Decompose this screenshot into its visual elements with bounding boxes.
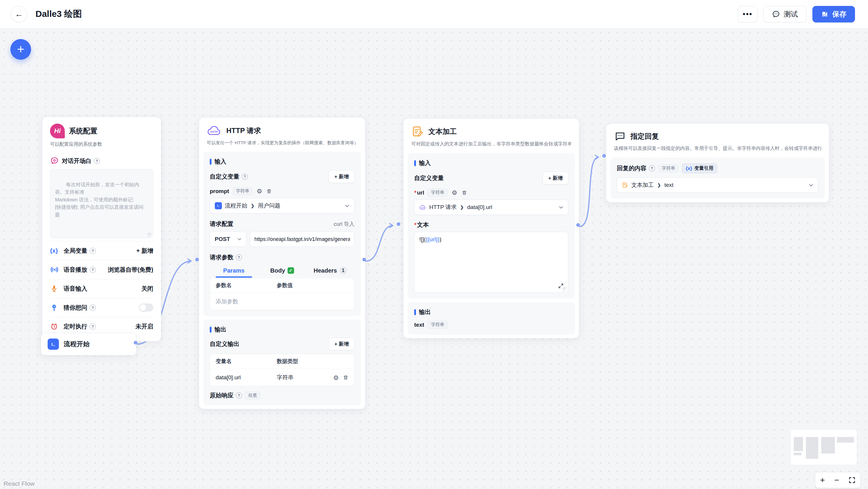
tts-value[interactable]: 浏览器自带(免费): [108, 266, 153, 274]
test-button-label: 测试: [784, 9, 798, 19]
setting-label: 猜你想问: [64, 304, 87, 312]
save-button[interactable]: 保存: [812, 6, 855, 23]
ref-source: 文本加工: [631, 181, 654, 189]
url-input[interactable]: [250, 231, 354, 247]
node-flow-start[interactable]: I.. 流程开始: [41, 333, 136, 355]
section-title: 输入: [419, 159, 431, 167]
col-data-type: 数据类型: [277, 358, 298, 365]
help-icon[interactable]: ?: [236, 392, 242, 398]
variable-ref-select[interactable]: I.. 流程开始 ❯ 用户问题: [210, 198, 354, 214]
output-table: 变量名 数据类型 data[0].url 字符串 ⚙: [210, 354, 354, 386]
params-table: 参数名 参数值 添加参数: [210, 278, 354, 310]
type-badge: 字符串: [658, 164, 678, 172]
delete-output-icon[interactable]: [343, 374, 348, 381]
setting-label: 语音播放: [64, 266, 87, 274]
setting-label: 全局变量: [64, 247, 87, 255]
resize-handle[interactable]: [148, 233, 152, 237]
delete-variable-icon[interactable]: [462, 190, 467, 196]
setting-label: 语音输入: [64, 285, 87, 293]
raw-response-type-badge: 任意: [245, 391, 260, 399]
chevron-down-icon: [345, 204, 349, 207]
welcome-label: 对话开场白: [62, 157, 91, 165]
help-icon[interactable]: ?: [649, 165, 655, 171]
help-icon[interactable]: ?: [236, 254, 242, 260]
handle-reply-input[interactable]: [602, 154, 606, 158]
reply-bubble-icon: [614, 130, 626, 142]
help-icon[interactable]: ?: [90, 323, 96, 330]
variables-icon: {x}: [50, 248, 60, 254]
page-title: Dalle3 绘图: [35, 8, 82, 20]
reply-ref-select[interactable]: 文本加工 ❯ text: [617, 177, 818, 193]
text-prefix: ![](: [419, 236, 426, 242]
welcome-textarea[interactable]: 每次对话开始前，发送一个初始内容。支持标准 Markdown 语法，可使用的额外…: [50, 169, 153, 238]
alarm-clock-icon: [50, 322, 60, 330]
add-variable-button[interactable]: + 新增: [136, 247, 153, 255]
edit-variable-icon[interactable]: ⚙: [256, 188, 262, 194]
http-cloud-icon: HTTP: [207, 124, 222, 137]
variable-reference-chip[interactable]: {x} 变量引用: [682, 163, 717, 173]
output-var-type: 字符串: [277, 374, 294, 381]
tab-headers[interactable]: Headers 1: [306, 264, 354, 278]
handle-text-output[interactable]: [576, 223, 580, 227]
bulb-icon: ?: [50, 303, 60, 312]
handle-http-input[interactable]: [195, 258, 199, 261]
setting-row-tts: 语音播放 ? 浏览器自带(免费): [50, 260, 153, 279]
minimap[interactable]: [790, 429, 857, 465]
add-variable-button[interactable]: + 新增: [542, 172, 568, 185]
variable-ref-select[interactable]: HTTP HTTP 请求 ❯ data[0].url: [414, 200, 568, 215]
handle-http-output[interactable]: [363, 258, 366, 261]
microphone-icon: [50, 285, 60, 293]
help-icon[interactable]: ?: [242, 173, 248, 180]
edit-output-icon[interactable]: ⚙: [333, 374, 339, 381]
node-subtitle: 可以发出一个 HTTP 请求，实现更为复杂的操作（联网搜索、数据库查询等）: [207, 140, 358, 146]
output-type-badge: 字符串: [428, 321, 447, 329]
help-icon[interactable]: ?: [90, 304, 96, 311]
node-reply[interactable]: 指定回复 该模块可以直接回复一段指定的内容。常用于引导、提示。非字符串内容传入时…: [606, 123, 829, 202]
zoom-out-button[interactable]: −: [834, 476, 839, 484]
node-title: 系统配置: [69, 126, 97, 136]
edit-variable-icon[interactable]: ⚙: [452, 190, 457, 196]
delete-variable-icon[interactable]: [266, 188, 272, 194]
add-variable-button[interactable]: + 新增: [329, 170, 354, 183]
handle-flow-start-output[interactable]: [134, 341, 137, 345]
minimap-node: [821, 437, 835, 454]
app-avatar: Hi: [50, 124, 65, 138]
ref-field: 用户问题: [258, 202, 280, 209]
node-system-config[interactable]: Hi 系统配置 可以配置应用的系统参数 对话开场白 ? 每次对话开始前，发送一个…: [42, 117, 161, 341]
resize-handle[interactable]: [563, 287, 567, 291]
node-title: 流程开始: [64, 340, 90, 349]
edge-http-textprocess[interactable]: [366, 226, 393, 261]
add-node-button[interactable]: +: [10, 39, 31, 60]
text-template-textarea[interactable]: ![]({{url}}): [414, 232, 568, 293]
scheduled-run-value[interactable]: 未开启: [135, 323, 153, 330]
more-menu-button[interactable]: •••: [738, 6, 757, 23]
chevron-down-icon: [809, 184, 813, 187]
node-text-process[interactable]: 文本加工 可对固定或传入的文本进行加工后输出，非字符串类型数据最终会转成字符串类…: [403, 118, 579, 338]
request-params-label: 请求参数: [210, 253, 234, 261]
handle-text-input[interactable]: [397, 222, 400, 226]
variable-name: prompt: [210, 188, 229, 195]
col-var-name: 变量名: [216, 358, 277, 365]
minimap-node: [837, 437, 854, 443]
add-output-button[interactable]: + 新增: [329, 338, 354, 350]
tab-body[interactable]: Body ✓: [258, 265, 306, 278]
add-param-placeholder[interactable]: 添加参数: [216, 298, 238, 305]
back-button[interactable]: ←: [11, 6, 27, 23]
tab-params[interactable]: Params: [210, 265, 258, 278]
help-icon[interactable]: ?: [90, 248, 96, 254]
help-icon[interactable]: ?: [90, 267, 96, 273]
fit-view-button[interactable]: [848, 477, 856, 484]
edge-textprocess-reply[interactable]: [580, 157, 598, 226]
minimap-node: [794, 453, 801, 455]
help-icon[interactable]: ?: [94, 158, 100, 164]
zoom-in-button[interactable]: +: [820, 476, 825, 484]
save-icon: [821, 10, 829, 18]
test-button[interactable]: 测试: [763, 6, 806, 23]
voice-input-value[interactable]: 关闭: [142, 285, 153, 293]
type-badge: 字符串: [428, 189, 447, 197]
guess-question-toggle[interactable]: [139, 304, 153, 312]
curl-import-button[interactable]: curl 导入: [334, 221, 354, 228]
method-select[interactable]: POST: [210, 231, 246, 247]
node-http-request[interactable]: HTTP HTTP 请求 可以发出一个 HTTP 请求，实现更为复杂的操作（联网…: [199, 118, 365, 409]
flow-canvas[interactable]: + Hi 系统配置 可以配置应用的系统参数 对话开场白: [0, 28, 868, 489]
